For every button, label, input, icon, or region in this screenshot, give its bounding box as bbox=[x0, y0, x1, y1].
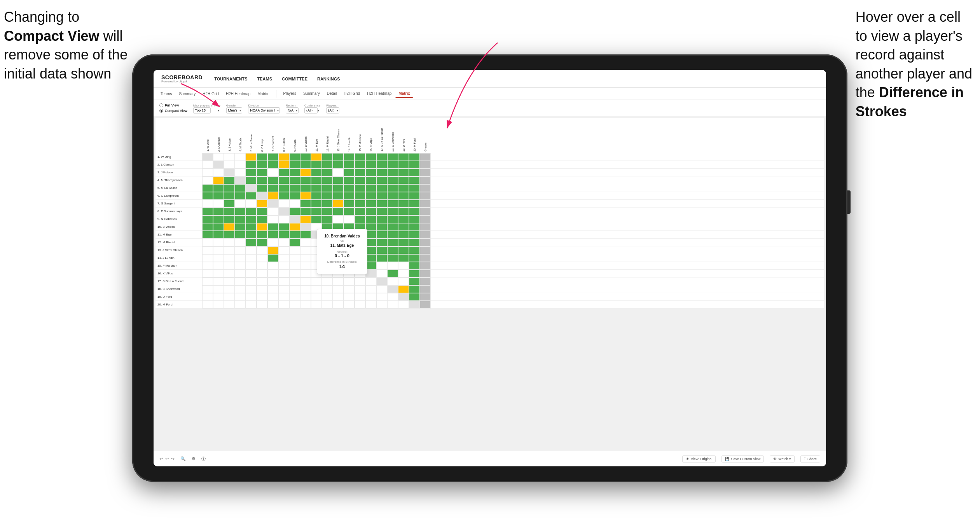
matrix-cell[interactable] bbox=[387, 153, 398, 161]
matrix-cell[interactable] bbox=[420, 254, 431, 262]
matrix-cell[interactable] bbox=[267, 270, 278, 277]
matrix-cell[interactable] bbox=[213, 192, 224, 200]
matrix-cell[interactable] bbox=[224, 192, 235, 200]
matrix-cell[interactable] bbox=[246, 176, 257, 184]
matrix-cell[interactable] bbox=[224, 215, 235, 223]
matrix-cell[interactable] bbox=[311, 277, 322, 285]
nav-tournaments[interactable]: TOURNAMENTS bbox=[214, 76, 247, 82]
matrix-cell[interactable] bbox=[376, 231, 387, 239]
matrix-cell[interactable] bbox=[355, 176, 365, 184]
sub-tab-summary[interactable]: Summary bbox=[176, 90, 199, 98]
matrix-cell[interactable] bbox=[202, 200, 213, 208]
matrix-cell[interactable] bbox=[257, 285, 267, 293]
matrix-cell[interactable] bbox=[333, 192, 344, 200]
undo-icon[interactable]: ↩ bbox=[159, 456, 163, 461]
matrix-cell[interactable] bbox=[398, 246, 409, 254]
matrix-cell[interactable] bbox=[246, 192, 257, 200]
matrix-cell[interactable] bbox=[278, 277, 289, 285]
matrix-cell[interactable] bbox=[213, 176, 224, 184]
matrix-cell[interactable] bbox=[246, 215, 257, 223]
matrix-cell[interactable] bbox=[355, 285, 365, 293]
matrix-cell[interactable] bbox=[213, 215, 224, 223]
matrix-cell[interactable] bbox=[300, 153, 311, 161]
matrix-cell[interactable] bbox=[289, 270, 300, 277]
matrix-cell[interactable] bbox=[267, 246, 278, 254]
matrix-cell[interactable] bbox=[289, 153, 300, 161]
matrix-cell[interactable] bbox=[224, 153, 235, 161]
players-select[interactable]: (All) bbox=[326, 107, 339, 113]
matrix-cell[interactable] bbox=[322, 215, 333, 223]
matrix-cell[interactable] bbox=[387, 254, 398, 262]
matrix-cell[interactable] bbox=[300, 293, 311, 301]
matrix-cell[interactable] bbox=[376, 277, 387, 285]
matrix-cell[interactable] bbox=[398, 176, 409, 184]
matrix-cell[interactable] bbox=[267, 223, 278, 231]
matrix-cell[interactable] bbox=[409, 176, 420, 184]
matrix-cell[interactable] bbox=[333, 285, 344, 293]
matrix-cell[interactable] bbox=[376, 270, 387, 277]
matrix-cell[interactable] bbox=[278, 239, 289, 246]
gender-select-wrap[interactable]: Men's bbox=[226, 108, 243, 112]
matrix-cell[interactable] bbox=[387, 231, 398, 239]
matrix-cell[interactable] bbox=[202, 246, 213, 254]
matrix-cell[interactable] bbox=[420, 215, 431, 223]
matrix-cell[interactable] bbox=[235, 301, 246, 309]
matrix-cell[interactable] bbox=[267, 200, 278, 208]
matrix-cell[interactable] bbox=[213, 270, 224, 277]
matrix-cell[interactable] bbox=[278, 176, 289, 184]
matrix-cell[interactable] bbox=[235, 169, 246, 176]
matrix-cell[interactable] bbox=[398, 277, 409, 285]
matrix-cell[interactable] bbox=[289, 169, 300, 176]
matrix-cell[interactable] bbox=[311, 153, 322, 161]
matrix-cell[interactable] bbox=[420, 153, 431, 161]
matrix-cell[interactable] bbox=[365, 293, 376, 301]
matrix-cell[interactable] bbox=[322, 301, 333, 309]
matrix-cell[interactable] bbox=[311, 293, 322, 301]
matrix-cell[interactable] bbox=[278, 169, 289, 176]
matrix-cell[interactable] bbox=[420, 270, 431, 277]
matrix-cell[interactable] bbox=[333, 176, 344, 184]
matrix-cell[interactable] bbox=[278, 208, 289, 215]
matrix-cell[interactable] bbox=[420, 161, 431, 169]
matrix-cell[interactable] bbox=[409, 192, 420, 200]
matrix-cell[interactable] bbox=[246, 246, 257, 254]
matrix-cell[interactable] bbox=[235, 239, 246, 246]
matrix-cell[interactable] bbox=[398, 231, 409, 239]
matrix-cell[interactable] bbox=[202, 262, 213, 270]
matrix-cell[interactable] bbox=[300, 184, 311, 192]
matrix-cell[interactable] bbox=[224, 293, 235, 301]
matrix-cell[interactable] bbox=[289, 254, 300, 262]
matrix-cell[interactable] bbox=[235, 215, 246, 223]
matrix-cell[interactable] bbox=[267, 215, 278, 223]
matrix-cell[interactable] bbox=[257, 293, 267, 301]
sub-tab-teams[interactable]: Teams bbox=[157, 90, 175, 98]
matrix-cell[interactable] bbox=[202, 239, 213, 246]
matrix-cell[interactable] bbox=[344, 277, 355, 285]
matrix-cell[interactable] bbox=[257, 153, 267, 161]
matrix-cell[interactable] bbox=[322, 208, 333, 215]
matrix-cell[interactable] bbox=[376, 176, 387, 184]
matrix-cell[interactable] bbox=[355, 277, 365, 285]
watch-btn[interactable]: 👁 Watch ▾ bbox=[770, 455, 795, 462]
matrix-cell[interactable] bbox=[322, 285, 333, 293]
matrix-cell[interactable] bbox=[267, 184, 278, 192]
matrix-cell[interactable] bbox=[365, 184, 376, 192]
nav-teams[interactable]: TEAMS bbox=[257, 76, 272, 82]
matrix-cell[interactable] bbox=[420, 192, 431, 200]
matrix-cell[interactable] bbox=[300, 192, 311, 200]
matrix-cell[interactable] bbox=[235, 184, 246, 192]
matrix-cell[interactable] bbox=[355, 161, 365, 169]
matrix-cell[interactable] bbox=[398, 270, 409, 277]
matrix-cell[interactable] bbox=[278, 192, 289, 200]
undo2-icon[interactable]: ↩ bbox=[165, 456, 169, 461]
matrix-cell[interactable] bbox=[202, 208, 213, 215]
matrix-cell[interactable] bbox=[224, 223, 235, 231]
matrix-cell[interactable] bbox=[278, 153, 289, 161]
matrix-cell[interactable] bbox=[333, 184, 344, 192]
matrix-cell[interactable] bbox=[213, 231, 224, 239]
matrix-cell[interactable] bbox=[202, 223, 213, 231]
matrix-cell[interactable] bbox=[224, 262, 235, 270]
matrix-cell[interactable] bbox=[365, 215, 376, 223]
matrix-cell[interactable] bbox=[398, 200, 409, 208]
matrix-cell[interactable] bbox=[355, 153, 365, 161]
